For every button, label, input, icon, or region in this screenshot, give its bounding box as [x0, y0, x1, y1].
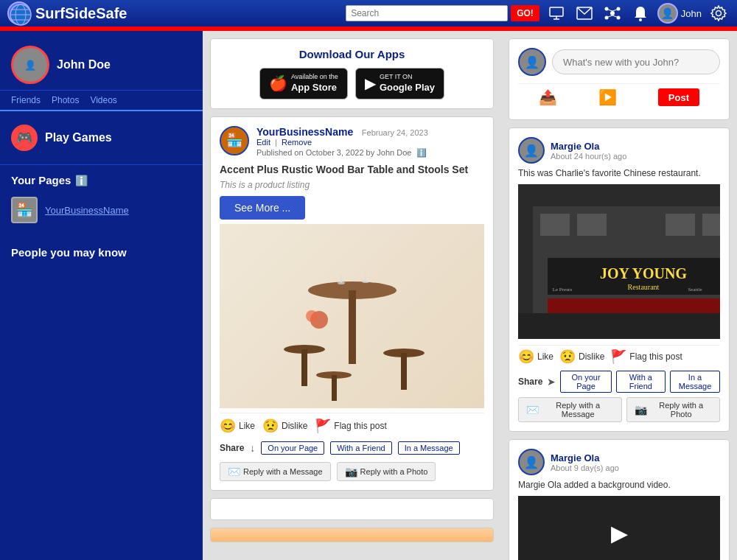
svg-line-15 [612, 10, 617, 11]
play-icon: ▶ [611, 520, 628, 546]
profile-avatar: 👤 [11, 46, 49, 84]
flag-button[interactable]: 🚩 Flag this post [315, 418, 386, 434]
svg-text:Seattle: Seattle [688, 287, 702, 293]
apple-icon: 🍎 [269, 74, 287, 92]
right-post-header-2: 👤 Margie Ola About 9 day(s) ago [518, 449, 720, 475]
app-buttons: 🍎 Available on the App Store ▶ GET IT ON… [220, 68, 484, 99]
search-area: GO! [346, 5, 539, 21]
profile-links: Friends Photos Videos [0, 91, 203, 111]
right-reply-photo-1[interactable]: 📷 Reply with a Photo [626, 397, 720, 422]
svg-point-12 [604, 16, 608, 20]
right-post-author-1[interactable]: Margie Ola [551, 141, 626, 152]
gear-icon[interactable] [708, 2, 730, 24]
reply-bar: ✉️ Reply with a Message 📷 Reply with a P… [220, 462, 484, 481]
play-games-label: Play Games [45, 131, 112, 144]
post-title: Accent Plus Rustic Wood Bar Table and St… [220, 164, 484, 175]
svg-point-10 [604, 7, 608, 11]
right-post-text-1: This was Charlie's favorite Chinese rest… [518, 168, 720, 178]
edit-link[interactable]: Edit [256, 138, 270, 147]
right-like-button-1[interactable]: 😊 Like [518, 349, 553, 365]
reply-message-button[interactable]: ✉️ Reply with a Message [220, 462, 331, 481]
status-input-area: 👤 [518, 48, 720, 76]
friends-link[interactable]: Friends [11, 95, 41, 105]
like-button[interactable]: 😊 Like [220, 418, 255, 434]
photo-action-button[interactable]: 📤 [539, 88, 557, 106]
right-share-on-page-1[interactable]: On your Page [560, 371, 611, 393]
svg-point-11 [616, 7, 620, 11]
nav-username: John [681, 8, 702, 19]
see-more-button[interactable]: See More ... [220, 196, 305, 220]
right-like-label-1: Like [537, 351, 553, 362]
mail-icon[interactable] [573, 2, 595, 24]
right-like-emoji-1: 😊 [518, 349, 534, 365]
status-input[interactable] [552, 49, 720, 74]
monitor-icon[interactable] [545, 2, 567, 24]
page-item[interactable]: 🏪 YourBusinessName [11, 194, 192, 226]
page-icon: 🏪 [11, 197, 38, 223]
left-sidebar: 👤 John Doe Friends Photos Videos 🎮 Play … [0, 31, 203, 560]
post-image [220, 224, 484, 408]
post-card: 🏪 YourBusinessName February 24, 2023 Edi… [210, 116, 494, 491]
post-description: This is a product listing [220, 180, 484, 190]
share-on-page-button[interactable]: On your Page [261, 441, 324, 455]
right-reaction-bar-1: 😊 Like 😟 Dislike 🚩 Flag this post [518, 345, 720, 368]
svg-rect-46 [548, 298, 720, 313]
right-flag-button-1[interactable]: 🚩 Flag this post [610, 349, 682, 365]
reply-photo-button[interactable]: 📷 Reply with a Photo [337, 462, 436, 481]
share-in-message-button[interactable]: In a Message [398, 441, 460, 455]
photos-link[interactable]: Photos [52, 95, 79, 105]
post-author-name[interactable]: YourBusinessName [256, 126, 353, 138]
background-video-placeholder: ▶ [518, 496, 720, 560]
right-reply-message-1[interactable]: ✉️ Reply with a Message [518, 397, 622, 422]
svg-line-17 [612, 15, 617, 17]
right-post-author-2[interactable]: Margie Ola [551, 452, 619, 463]
right-dislike-button-1[interactable]: 😟 Dislike [559, 349, 604, 365]
site-name: SurfSideSafe [35, 5, 127, 22]
profile-name: John Doe [57, 58, 111, 71]
svg-text:JOY YOUNG: JOY YOUNG [600, 265, 687, 281]
svg-rect-47 [518, 313, 720, 339]
search-input[interactable] [346, 5, 508, 21]
app-download-title: Download Our Apps [220, 48, 484, 60]
your-pages-info: ℹ️ [75, 175, 88, 186]
google-play-button[interactable]: ▶ GET IT ON Google Play [355, 68, 444, 99]
svg-line-14 [608, 10, 612, 11]
go-button[interactable]: GO! [511, 5, 539, 21]
dislike-button[interactable]: 😟 Dislike [262, 418, 307, 434]
play-games-section[interactable]: 🎮 Play Games [0, 111, 203, 165]
bell-icon[interactable] [629, 2, 652, 24]
reaction-bar: 😊 Like 😟 Dislike 🚩 Flag this post [220, 413, 484, 438]
like-emoji: 😊 [220, 418, 236, 434]
restaurant-image: JOY YOUNG Restaurant Le Presto Seattle [518, 184, 720, 339]
profile-section[interactable]: 👤 John Doe [0, 38, 203, 91]
video-action-icon: ▶️ [598, 88, 617, 106]
app-store-button[interactable]: 🍎 Available on the App Store [259, 68, 348, 99]
bottom-gradient-bar [210, 528, 494, 542]
right-dislike-label-1: Dislike [579, 351, 604, 362]
your-pages-section: Your Pages ℹ️ 🏪 YourBusinessName [0, 165, 203, 235]
share-with-friend-button[interactable]: With a Friend [330, 441, 391, 455]
right-photo-icon-1: 📷 [635, 404, 647, 416]
svg-line-16 [608, 15, 612, 17]
site-logo[interactable]: SurfSideSafe [7, 1, 127, 25]
svg-rect-40 [577, 214, 607, 236]
videos-link[interactable]: Videos [90, 95, 116, 105]
post-edit-links: Edit | Remove [256, 138, 484, 147]
right-dislike-emoji-1: 😟 [559, 349, 576, 365]
right-post-card-2: 👤 Margie Ola About 9 day(s) ago Margie O… [509, 439, 730, 560]
right-share-in-message-1[interactable]: In a Message [670, 371, 720, 393]
right-share-with-friend-1[interactable]: With a Friend [616, 371, 666, 393]
post-button[interactable]: Post [658, 88, 699, 106]
network-icon[interactable] [601, 2, 624, 24]
games-icon: 🎮 [11, 125, 38, 151]
status-actions: 📤 ▶️ Post [518, 83, 720, 111]
nav-user-area[interactable]: 👤 John [657, 3, 702, 24]
status-box: 👤 📤 ▶️ Post [509, 38, 730, 120]
right-post-header-1: 👤 Margie Ola About 24 hour(s) ago [518, 137, 720, 164]
post-published: Published on October 3, 2022 by John Doe… [256, 148, 484, 158]
center-column: Download Our Apps 🍎 Available on the App… [203, 31, 501, 560]
remove-link[interactable]: Remove [282, 138, 312, 147]
share-bar: Share ↓ On your Page With a Friend In a … [220, 438, 484, 458]
svg-point-13 [616, 16, 620, 20]
video-action-button[interactable]: ▶️ [598, 88, 617, 106]
